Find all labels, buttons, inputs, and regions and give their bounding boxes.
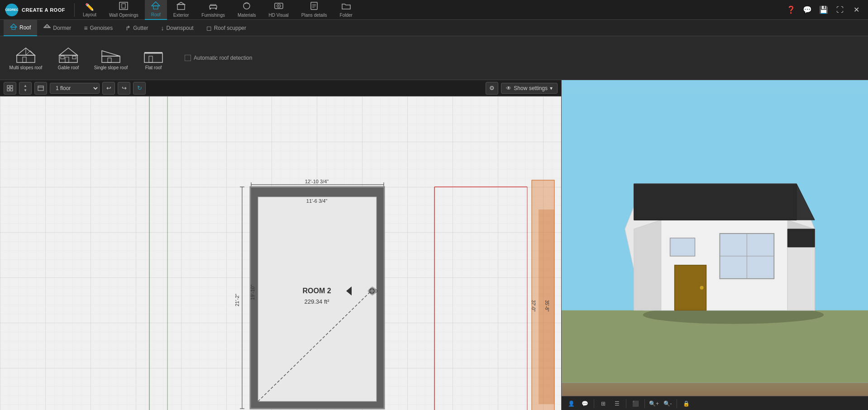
roof-tab-icon	[10, 24, 17, 31]
flat-label: Flat roof	[145, 65, 162, 70]
svg-rect-26	[23, 57, 26, 62]
preview-grid-icon[interactable]: ⊞	[597, 398, 609, 410]
svg-text:21'-2": 21'-2"	[234, 294, 240, 306]
toolbar-layout[interactable]: ✏️ Layout	[76, 0, 103, 20]
app-logo: CEDREC	[5, 4, 18, 16]
top-toolbar: CEDREC CREATE A ROOF ✏️ Layout Wall Open…	[0, 0, 868, 20]
folder-icon	[342, 2, 351, 12]
chevron-down-icon: ▾	[550, 85, 553, 91]
toolbar-plans-details[interactable]: Plans details	[295, 0, 334, 20]
preview-chat-icon[interactable]: 💬	[579, 398, 591, 410]
svg-text:19'-10": 19'-10"	[250, 285, 255, 300]
svg-marker-2	[152, 2, 160, 6]
svg-point-96	[700, 286, 704, 290]
svg-marker-5	[177, 2, 185, 5]
roof-label: Roof	[151, 12, 161, 17]
preview-zoom-in-icon[interactable]: 🔍+	[648, 398, 660, 410]
auto-detect-area: Automatic roof detection	[185, 55, 252, 61]
preview-person-icon[interactable]: 👤	[565, 398, 577, 410]
flat-house-icon	[142, 46, 165, 63]
tab-downspout[interactable]: ↓ Downspout	[155, 20, 200, 36]
tab-genoises[interactable]: ≡ Genoises	[77, 20, 119, 36]
main-area: ▲ ▼ 1 floor 2 floor ↩ ↪ ↻ ⚙ 👁 Show setti…	[0, 80, 868, 410]
svg-marker-87	[634, 220, 661, 310]
refresh-btn[interactable]: ↻	[133, 82, 146, 95]
save-icon[interactable]: 💾	[817, 4, 830, 16]
svg-text:229.34 ft²: 229.34 ft²	[305, 298, 330, 305]
svg-rect-37	[149, 56, 153, 62]
help-icon[interactable]: ❓	[785, 4, 797, 16]
canvas-toolbar: ▲ ▼ 1 floor 2 floor ↩ ↪ ↻ ⚙ 👁 Show setti…	[0, 80, 561, 96]
svg-marker-18	[10, 24, 17, 27]
single-slope-label: Single slope roof	[94, 65, 128, 70]
multi-slopes-label: Multi slopes roof	[10, 65, 43, 70]
svg-text:12'-10 3/4": 12'-10 3/4"	[305, 179, 329, 184]
floor-plan-svg: 12'-10 3/4" 11'-6 3/4" 21'-2" 19'-10" RO…	[0, 96, 561, 410]
tab-dormer[interactable]: Dormer	[37, 20, 77, 36]
page-title: CREATE A ROOF	[22, 7, 65, 13]
toolbar-furnishings[interactable]: Furnishings	[195, 0, 231, 20]
svg-rect-1	[122, 4, 125, 8]
preview-list-icon[interactable]: ☰	[611, 398, 623, 410]
toolbar-divider-1	[74, 3, 75, 17]
show-settings-btn[interactable]: 👁 Show settings ▾	[501, 83, 558, 94]
plans-details-label: Plans details	[301, 13, 327, 18]
preview-3d-view[interactable]	[562, 80, 868, 396]
floor-icon-btn[interactable]	[34, 82, 47, 95]
logo-area: CEDREC CREATE A ROOF	[0, 4, 72, 16]
close-icon[interactable]: ✕	[850, 4, 863, 16]
toolbar-hd-visual[interactable]: HD Visual	[262, 0, 295, 20]
toolbar-wall-openings[interactable]: Wall Openings	[103, 0, 145, 20]
svg-text:37'-0": 37'-0"	[531, 300, 536, 312]
preview-divider-2	[626, 399, 626, 408]
grid-toggle-btn[interactable]	[4, 82, 16, 95]
svg-text:11'-6 3/4": 11'-6 3/4"	[306, 198, 327, 204]
tab-roof[interactable]: Roof	[4, 20, 37, 36]
eye-icon: 👁	[506, 85, 511, 91]
preview-lock-icon[interactable]: 🔒	[680, 398, 692, 410]
up-arrow-btn[interactable]: ▲ ▼	[19, 82, 32, 95]
grid-canvas[interactable]: 12'-10 3/4" 11'-6 3/4" 21'-2" 19'-10" RO…	[0, 96, 561, 410]
wall-openings-icon	[119, 2, 128, 12]
preview-toolbar: 👤 💬 ⊞ ☰ ⬛ 🔍+ 🔍- 🔒	[562, 396, 868, 410]
fullscreen-icon[interactable]: ⛶	[834, 4, 846, 16]
svg-marker-89	[634, 184, 796, 220]
preview-cube-icon[interactable]: ⬛	[630, 398, 641, 410]
roof-type-single-slope[interactable]: Single slope roof	[91, 40, 131, 76]
toolbar-roof[interactable]: Roof	[145, 0, 167, 20]
svg-rect-3	[153, 6, 158, 9]
gable-house-icon	[57, 46, 80, 63]
toolbar-folder[interactable]: Folder	[334, 0, 359, 20]
svg-text:35'-8": 35'-8"	[544, 300, 549, 312]
preview-3d-svg	[562, 80, 868, 396]
tab-gutter[interactable]: ↱ Gutter	[119, 20, 154, 36]
furnishings-icon	[209, 2, 218, 12]
show-settings-label: Show settings	[514, 85, 548, 91]
tab-gutter-label: Gutter	[133, 25, 148, 31]
svg-marker-33	[102, 51, 120, 56]
toolbar-materials[interactable]: Materials	[231, 0, 262, 20]
roof-scupper-icon: ◻	[206, 24, 212, 32]
tab-genoises-label: Genoises	[90, 25, 113, 31]
tab-roof-scupper[interactable]: ◻ Roof scupper	[200, 20, 253, 36]
preview-divider-3	[644, 399, 645, 408]
redo-btn[interactable]: ↪	[118, 82, 130, 95]
preview-divider-4	[677, 399, 677, 408]
dormer-icon	[43, 24, 51, 32]
roof-type-multi-slopes[interactable]: Multi slopes roof	[5, 40, 46, 76]
toolbar-exterior[interactable]: Exterior	[167, 0, 195, 20]
roof-type-flat[interactable]: Flat roof	[133, 40, 174, 76]
floor-select[interactable]: 1 floor 2 floor	[50, 83, 100, 94]
chat-icon[interactable]: 💬	[801, 4, 814, 16]
settings-icon-btn[interactable]: ⚙	[486, 82, 498, 95]
gutter-icon: ↱	[125, 24, 131, 32]
svg-rect-30	[61, 56, 64, 59]
layout-icon: ✏️	[85, 3, 94, 11]
auto-detect-checkbox[interactable]	[185, 55, 191, 61]
svg-rect-4	[177, 5, 185, 10]
roof-type-gable[interactable]: Gable roof	[48, 40, 89, 76]
plans-details-icon	[310, 2, 319, 12]
hd-visual-icon	[274, 2, 283, 12]
preview-zoom-out-icon[interactable]: 🔍-	[662, 398, 673, 410]
undo-btn[interactable]: ↩	[102, 82, 115, 95]
